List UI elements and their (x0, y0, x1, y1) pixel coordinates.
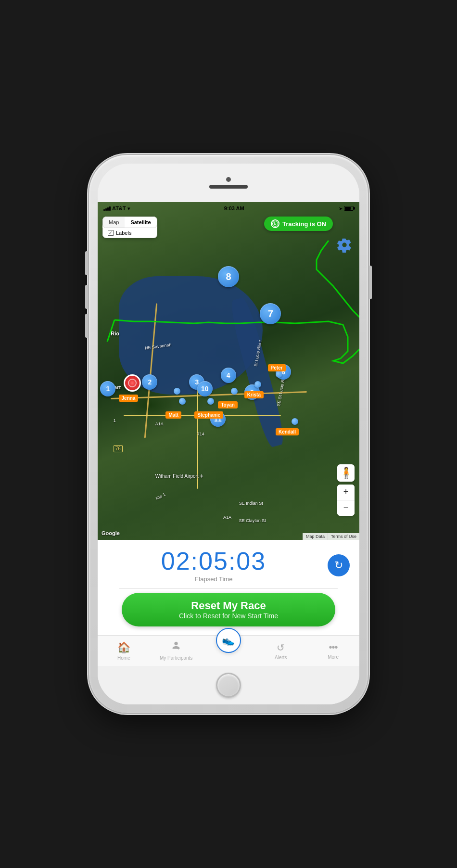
krista-label: Krista (244, 391, 264, 398)
elapsed-time-value: 02:05:03 (161, 549, 266, 574)
more-icon: ••• (329, 642, 338, 653)
zoom-in-button[interactable]: + (337, 485, 355, 500)
reset-main-label: Reset My Race (191, 600, 266, 612)
nav-item-tracking[interactable]: 👟 (203, 636, 255, 666)
marker-8: 8 (218, 266, 239, 287)
timer-section: 02:05:03 Elapsed Time ↻ Reset My Race Cl… (98, 540, 359, 635)
map-data-link[interactable]: Map Data (303, 533, 328, 540)
street-hwy1: 1 (114, 418, 116, 423)
marker-4: 4 (221, 368, 236, 383)
svg-text:+: + (177, 647, 179, 651)
map-btn-map[interactable]: Map (103, 217, 125, 228)
person-location-button[interactable]: 🧍 (337, 464, 355, 482)
map-right-controls: 🧍 + − (337, 464, 355, 516)
nav-item-alerts[interactable]: ↺ Alerts (254, 636, 307, 666)
street-a1a-2: A1A (223, 515, 231, 520)
bottom-nav: 🏠 Home + My Participants 👟 (98, 635, 359, 666)
map-footer-links: Map Data Terms of Use (303, 533, 359, 540)
tracking-circle-icon: ↻ (271, 219, 279, 228)
labels-checkbox[interactable]: ✓ (108, 230, 114, 236)
front-camera (226, 177, 231, 182)
kendall-label: Kendall (276, 428, 299, 435)
bottom-bezel (98, 666, 359, 704)
alerts-icon: ↺ (277, 642, 285, 653)
nav-item-home[interactable]: 🏠 Home (98, 636, 150, 666)
matt-label: Matt (165, 411, 181, 419)
matt-dot-2 (179, 398, 186, 405)
zoom-controls: + − (337, 485, 355, 516)
nav-label-home: Home (117, 655, 130, 661)
labels-text: Labels (116, 230, 131, 236)
footprint-icon: 👟 (222, 634, 235, 647)
nav-label-participants: My Participants (160, 655, 192, 661)
stephanie-label: Stephanie (194, 411, 223, 419)
marker-10: 10 (197, 381, 213, 396)
toyan-label: Toyan (218, 401, 238, 408)
map-container[interactable]: NE Savannah Rio Stuart St Lucie River SE… (98, 202, 359, 540)
elapsed-time-label: Elapsed Time (195, 575, 233, 583)
timer-display: 02:05:03 Elapsed Time ↻ (107, 549, 350, 583)
city-rio: Rio (111, 331, 119, 336)
active-tab-circle: 👟 (216, 628, 241, 653)
airport-label: Witham Field Airport ✈ (155, 473, 204, 479)
zoom-out-button[interactable]: − (337, 500, 355, 516)
terms-link[interactable]: Terms of Use (328, 533, 359, 540)
street-a1a-1: A1A (155, 421, 164, 426)
jenna-circle (124, 374, 141, 392)
home-button[interactable] (216, 673, 241, 698)
google-watermark: Google (102, 530, 120, 536)
hwy-76-badge: 76 (114, 445, 123, 452)
tracking-inner: ↻ (272, 221, 278, 227)
refresh-icon: ↻ (334, 559, 343, 572)
reset-race-button[interactable]: Reset My Race Click to Reset for New Sta… (122, 593, 335, 626)
street-714: 714 (197, 432, 204, 436)
map-btn-satellite[interactable]: Satellite (125, 217, 156, 228)
tracking-label: Tracking is ON (282, 220, 326, 228)
timer-content: 02:05:03 Elapsed Time (107, 549, 320, 583)
kendall-dot (292, 418, 298, 425)
home-icon: 🏠 (117, 641, 130, 654)
nav-item-participants[interactable]: + My Participants (150, 636, 203, 666)
peter-dot (276, 371, 282, 378)
gear-icon (337, 237, 352, 253)
nav-label-more: More (328, 654, 339, 660)
person-icon: 🧍 (340, 467, 353, 479)
nav-item-more[interactable]: ••• More (307, 636, 359, 666)
top-bezel (98, 164, 359, 202)
screen: AT&T ▾ 9:03 AM ➤ (98, 202, 359, 666)
participants-icon: + (171, 641, 181, 654)
jenna-inner (128, 379, 137, 387)
reset-sub-label: Click to Reset for New Start Time (179, 612, 278, 620)
speaker (209, 185, 248, 189)
tracking-button[interactable]: ↻ Tracking is ON (264, 217, 333, 231)
map-type-buttons: Map Satellite (102, 217, 157, 228)
nav-label-alerts: Alerts (275, 655, 287, 660)
peter-label: Peter (268, 364, 286, 371)
phone-body: AT&T ▾ 9:03 AM ➤ (98, 164, 359, 704)
street-indian: SE Indian St (239, 501, 263, 506)
timer-refresh-button[interactable]: ↻ (328, 554, 350, 576)
jenna-label: Jenna (119, 395, 139, 402)
timer-divider (119, 588, 338, 589)
map-type-selector: Map Satellite ✓ Labels (102, 217, 157, 238)
matt-dot (174, 388, 180, 395)
street-clayton: SE Clayton St (239, 518, 266, 523)
jenna-marker (124, 374, 141, 392)
gear-button[interactable] (335, 236, 354, 254)
labels-row: ✓ Labels (102, 228, 157, 238)
phone-frame: AT&T ▾ 9:03 AM ➤ (89, 155, 368, 713)
